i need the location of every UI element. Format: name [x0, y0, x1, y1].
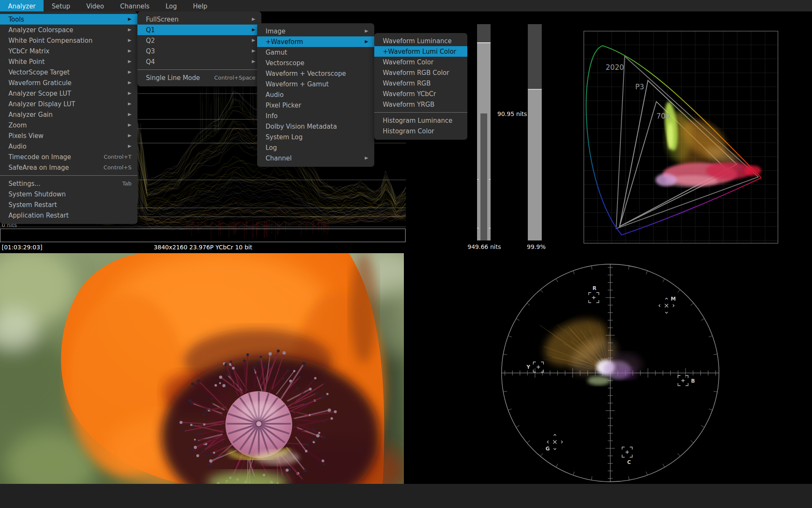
- menu-item-waveform-lumi-color[interactable]: +Waveform Lumi Color: [374, 46, 467, 57]
- menu-item-waveform-color[interactable]: Waveform Color: [374, 57, 467, 67]
- menu-item-histogram-color[interactable]: Histogram Color: [374, 126, 467, 136]
- percentage-meter: [528, 24, 542, 240]
- menu-item-analyzer-scope-lut[interactable]: Analyzer Scope LUT ▶: [0, 88, 137, 99]
- menu-item-zoom[interactable]: Zoom ▶: [0, 120, 137, 130]
- menu-item-fullscreen[interactable]: FullScreen ▶: [137, 14, 261, 25]
- menubar-help[interactable]: Help: [185, 0, 215, 11]
- vectorscope-target-c: C: [627, 459, 631, 465]
- menu-item-waveform-luminance[interactable]: Waveform Luminance: [374, 36, 467, 46]
- menu-item-label: YCbCr Matrix: [8, 47, 49, 55]
- gamut-label-2020: 2020: [606, 63, 624, 72]
- menu-item-settings[interactable]: Settings... Tab: [0, 178, 137, 189]
- menu-item-label: Histogram Color: [383, 127, 434, 135]
- menu-item-vectorscope-target[interactable]: VectorScope Target ▶: [0, 67, 137, 77]
- menu-item-shortcut: Control+S: [96, 164, 132, 171]
- menu-item-tools[interactable]: Tools ▶: [0, 14, 137, 25]
- menu-item-label: Waveform + Gamut: [266, 80, 329, 88]
- menu-item-q1[interactable]: Q1 ▶: [137, 25, 261, 35]
- menu-item-label: System Restart: [8, 201, 57, 209]
- menu-item-waveform-ycbcr[interactable]: Waveform YCbCr: [374, 88, 467, 99]
- menubar-video[interactable]: Video: [78, 0, 112, 11]
- analyzer-menu: Tools ▶ Analyzer Colorspace ▶ White Poin…: [0, 11, 137, 224]
- menu-item-waveform[interactable]: +Waveform ▶: [257, 36, 374, 47]
- vectorscope-target-g: G: [546, 446, 550, 452]
- menu-item-system-restart[interactable]: System Restart: [0, 199, 137, 210]
- menubar-channels[interactable]: Channels: [112, 0, 157, 11]
- pod-sheen: [240, 402, 277, 419]
- menu-item-pixels-view[interactable]: Pixels View ▶: [0, 130, 137, 141]
- menu-item-waveform-rgb-color[interactable]: Waveform RGB Color: [374, 67, 467, 78]
- menu-item-label: +Waveform Lumi Color: [383, 48, 456, 55]
- menu-item-system-shutdown[interactable]: System Shutdown: [0, 189, 137, 199]
- menu-item-waveform-graticule[interactable]: Waveform Graticule ▶: [0, 77, 137, 88]
- menu-item-application-restart[interactable]: Application Restart: [0, 210, 137, 221]
- menu-item-single-line-mode[interactable]: Single Line Mode Control+Space: [137, 72, 261, 83]
- submenu-arrow-icon: ▶: [128, 123, 132, 127]
- menu-item-label: Analyzer Gain: [8, 111, 53, 119]
- image-view-pane[interactable]: [0, 253, 404, 484]
- current-nits-label: 90.95 nits: [497, 110, 527, 117]
- gamut-scope-pane[interactable]: 2020 P3 709: [584, 31, 778, 243]
- q1-submenu: Image ▶ +Waveform ▶ Gamut Vectorscope Wa…: [257, 23, 374, 167]
- menubar-log[interactable]: Log: [157, 0, 185, 11]
- menu-item-label: White Point Compensation: [8, 37, 93, 44]
- menu-item-safearea-on-image[interactable]: SafeArea on Image Control+S: [0, 162, 137, 173]
- menu-item-shortcut: Tab: [115, 180, 132, 187]
- menu-item-vectorscope[interactable]: Vectorscope: [257, 58, 374, 68]
- submenu-arrow-icon: ▶: [365, 39, 368, 44]
- menu-item-label: Audio: [8, 143, 27, 150]
- menu-item-label: Q3: [146, 47, 155, 55]
- format-info: 3840x2160 23.976P YCbCr 10 bit: [0, 244, 406, 251]
- vectorscope-pane[interactable]: R M Y B: [497, 260, 723, 486]
- menu-item-analyzer-colorspace[interactable]: Analyzer Colorspace ▶: [0, 25, 137, 35]
- menubar-item-label: Channels: [120, 3, 149, 10]
- menu-item-ycbcr-matrix[interactable]: YCbCr Matrix ▶: [0, 46, 137, 56]
- menu-item-label: Waveform Luminance: [383, 37, 452, 45]
- submenu-arrow-icon: ▶: [252, 49, 255, 53]
- submenu-arrow-icon: ▶: [128, 112, 132, 117]
- submenu-arrow-icon: ▶: [128, 70, 132, 75]
- menu-item-q4[interactable]: Q4 ▶: [137, 56, 261, 67]
- menubar-item-label: Log: [165, 3, 177, 10]
- menu-item-analyzer-display-lut[interactable]: Analyzer Display LUT ▶: [0, 99, 137, 109]
- menu-item-log[interactable]: Log: [257, 142, 374, 153]
- menu-item-histogram-luminance[interactable]: Histogram Luminance: [374, 115, 467, 126]
- menu-item-shortcut: Control+T: [96, 154, 132, 160]
- menubar-analyzer[interactable]: Analyzer: [0, 0, 44, 11]
- menu-item-system-log[interactable]: System Log: [257, 132, 374, 142]
- menu-item-waveform-vectorscope[interactable]: Waveform + Vectorscope: [257, 68, 374, 79]
- menu-item-audio[interactable]: Audio: [257, 89, 374, 100]
- menu-item-waveform-rgb[interactable]: Waveform RGB: [374, 78, 467, 88]
- menu-item-label: Q4: [146, 58, 155, 66]
- menu-item-image[interactable]: Image ▶: [257, 26, 374, 36]
- vectorscope-trace: [537, 310, 642, 385]
- submenu-arrow-icon: ▶: [128, 38, 132, 43]
- menu-item-label: Waveform RGB: [383, 80, 431, 87]
- menu-item-white-point-compensation[interactable]: White Point Compensation ▶: [0, 35, 137, 46]
- submenu-arrow-icon: ▶: [128, 28, 132, 32]
- menu-item-timecode-on-image[interactable]: Timecode on Image Control+T: [0, 152, 137, 162]
- menu-item-label: System Shutdown: [8, 190, 66, 198]
- menubar-setup[interactable]: Setup: [44, 0, 78, 11]
- menubar-item-label: Analyzer: [8, 3, 36, 10]
- menu-item-audio[interactable]: Audio ▶: [0, 141, 137, 152]
- menu-separator: [0, 175, 137, 176]
- vectorscope-target-m: M: [671, 296, 676, 302]
- menu-item-gamut[interactable]: Gamut: [257, 47, 374, 58]
- menu-item-info[interactable]: Info: [257, 110, 374, 121]
- menu-item-pixel-picker[interactable]: Pixel Picker: [257, 100, 374, 110]
- menu-item-analyzer-gain[interactable]: Analyzer Gain ▶: [0, 109, 137, 120]
- menu-item-waveform-gamut[interactable]: Waveform + Gamut: [257, 79, 374, 89]
- menu-item-dolby-vision-metadata[interactable]: Dolby Vision Metadata: [257, 121, 374, 132]
- submenu-arrow-icon: ▶: [252, 28, 255, 32]
- submenu-arrow-icon: ▶: [128, 59, 132, 64]
- menu-item-q3[interactable]: Q3 ▶: [137, 46, 261, 56]
- menu-item-label: Analyzer Colorspace: [8, 26, 73, 34]
- menu-item-channel[interactable]: Channel ▶: [257, 153, 374, 163]
- menu-item-label: Waveform + Vectorscope: [266, 70, 346, 77]
- menu-item-label: Analyzer Scope LUT: [8, 90, 71, 97]
- menu-item-q2[interactable]: Q2 ▶: [137, 35, 261, 46]
- menu-item-white-point[interactable]: White Point ▶: [0, 56, 137, 67]
- luminance-meter: [477, 24, 491, 240]
- menu-item-waveform-yrgb[interactable]: Waveform YRGB: [374, 99, 467, 110]
